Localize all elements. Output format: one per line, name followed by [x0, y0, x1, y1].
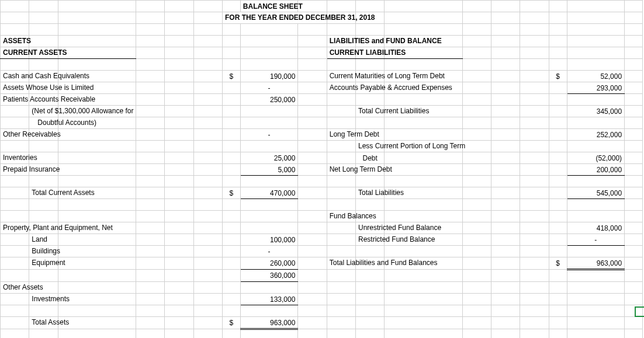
- value-total-assets: 963,000: [240, 317, 298, 329]
- value-investments: 133,000: [240, 294, 298, 305]
- value-other-receivables: -: [240, 129, 298, 141]
- value-unrestricted-fb: 418,000: [567, 222, 625, 234]
- currency-symbol: $: [223, 71, 241, 82]
- value-total-current-assets: 470,000: [240, 187, 298, 199]
- value-long-term-debt: 252,000: [567, 129, 625, 141]
- currency-symbol: $: [223, 187, 241, 199]
- label-allowance-note-2: Doubtful Accounts): [29, 117, 58, 129]
- value-total-liab-fb: 963,000: [567, 257, 625, 270]
- selection-marker-icon: [635, 306, 644, 317]
- page-subtitle: FOR THE YEAR ENDED DECEMBER 31, 2018: [223, 12, 327, 24]
- value-ppe-subtotal: 360,000: [240, 270, 298, 282]
- label-net-long-term-debt: Net Long Term Debt: [327, 164, 355, 176]
- label-total-liab-fb: Total Liabilities and Fund Balances: [327, 257, 355, 270]
- value-patients-ar: 250,000: [240, 94, 298, 106]
- label-patients-ar: Patients Accounts Receivable: [1, 94, 29, 106]
- value-prepaid-insurance: 5,000: [240, 164, 298, 176]
- balance-sheet-grid: BALANCE SHEET FOR THE YEAR ENDED DECEMBE…: [0, 0, 643, 338]
- page-title: BALANCE SHEET: [240, 1, 298, 12]
- value-accounts-payable: 293,000: [567, 82, 625, 94]
- value-cash: 190,000: [240, 71, 298, 82]
- label-current-maturities: Current Maturities of Long Term Debt: [327, 71, 355, 82]
- label-allowance-note-1: (Net of $1,300,000 Allowance for: [29, 106, 58, 117]
- label-buildings: Buildings: [29, 246, 58, 257]
- currency-symbol: $: [549, 71, 567, 82]
- label-total-current-assets: Total Current Assets: [29, 187, 58, 199]
- currency-symbol: $: [549, 257, 567, 270]
- current-assets-heading: CURRENT ASSETS: [1, 47, 29, 59]
- label-limited-use: Assets Whose Use is Limited: [1, 82, 29, 94]
- value-total-liabilities: 545,000: [567, 187, 625, 199]
- value-equipment: 260,000: [240, 257, 298, 270]
- assets-heading: ASSETS: [1, 36, 29, 47]
- current-liabilities-heading: CURRENT LIABILITIES: [327, 47, 355, 59]
- label-total-liabilities: Total Liabilities: [356, 187, 385, 199]
- label-less-current-2: Debt: [356, 152, 385, 164]
- currency-symbol: $: [223, 317, 241, 329]
- label-equipment: Equipment: [29, 257, 58, 270]
- value-buildings: -: [240, 246, 298, 257]
- label-total-current-liabilities: Total Current Liabilities: [356, 106, 385, 117]
- label-restricted-fb: Restricted Fund Balance: [356, 234, 385, 246]
- label-unrestricted-fb: Unrestricted Fund Balance: [356, 222, 385, 234]
- value-net-long-term-debt: 200,000: [567, 164, 625, 176]
- label-investments: Investments: [29, 294, 58, 305]
- label-less-current-1: Less Current Portion of Long Term: [356, 141, 385, 152]
- label-other-assets: Other Assets: [1, 282, 29, 294]
- label-other-receivables: Other Receivables: [1, 129, 29, 141]
- value-inventories: 25,000: [240, 152, 298, 164]
- label-land: Land: [29, 234, 58, 246]
- value-total-current-liabilities: 345,000: [567, 106, 625, 117]
- liabilities-heading: LIABILITIES and FUND BALANCE: [327, 36, 355, 47]
- label-inventories: Inventories: [1, 152, 29, 164]
- value-restricted-fb: -: [567, 234, 625, 246]
- value-less-current: (52,000): [567, 152, 625, 164]
- label-total-assets: Total Assets: [29, 317, 58, 329]
- label-prepaid-insurance: Prepaid Insurance: [1, 164, 29, 176]
- label-cash: Cash and Cash Equivalents: [1, 71, 29, 82]
- value-limited-use: -: [240, 82, 298, 94]
- label-ppe: Property, Plant and Equipment, Net: [1, 222, 29, 234]
- value-current-maturities: 52,000: [567, 71, 625, 82]
- label-accounts-payable: Accounts Payable & Accrued Expenses: [327, 82, 355, 94]
- value-land: 100,000: [240, 234, 298, 246]
- label-long-term-debt: Long Term Debt: [327, 129, 355, 141]
- label-fund-balances: Fund Balances: [327, 211, 355, 222]
